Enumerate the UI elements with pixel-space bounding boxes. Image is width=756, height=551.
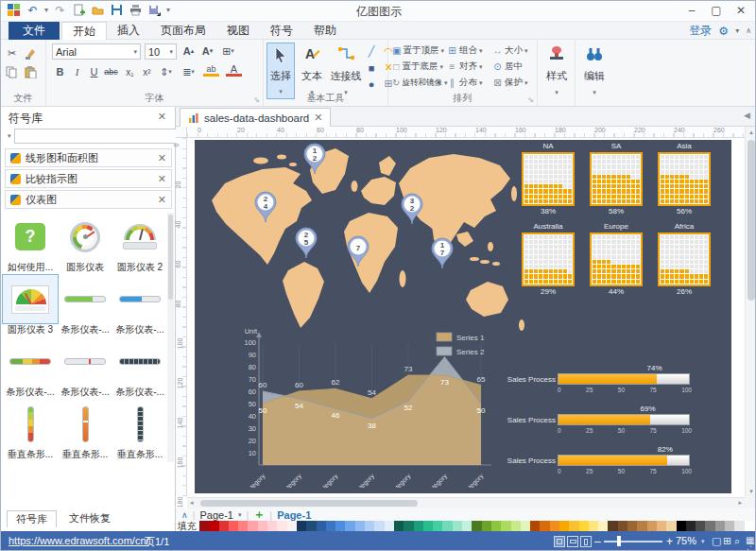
rectangle-tool-icon[interactable]: ■ — [369, 62, 375, 74]
progress-bar[interactable]: 82%Sales Process0255075100 — [507, 446, 726, 477]
tab-symbol-library[interactable]: 符号库 — [7, 510, 57, 527]
palette-swatch[interactable] — [745, 521, 754, 531]
strikethrough-button[interactable]: abc — [103, 64, 119, 79]
symbol-bar-gauge-blue[interactable]: 条形仪表-... — [112, 275, 167, 337]
distribute-button[interactable]: ∥分布▾ — [447, 75, 489, 91]
document-tab[interactable]: sales-data-dashboard ✕ — [180, 108, 331, 127]
tab-insert[interactable]: 插入 — [107, 22, 150, 40]
map-pin[interactable]: 7 — [347, 235, 369, 267]
symbol-search-input[interactable] — [14, 129, 183, 144]
palette-swatch[interactable] — [569, 521, 578, 531]
select-tool-button[interactable]: 选择▾ — [266, 43, 295, 99]
panel-close-icon[interactable]: ✕ — [158, 111, 166, 123]
bullet-list-icon[interactable]: ≣▾ — [180, 64, 197, 79]
palette-swatch[interactable] — [482, 521, 491, 531]
line-tool-icon[interactable]: ╱ — [369, 45, 375, 58]
palette-swatch[interactable] — [326, 521, 335, 531]
symbol-vertical-bar-multicolor[interactable]: 垂直条形... — [3, 400, 58, 462]
symbol-bar-gauge-marker[interactable]: 条形仪表-... — [58, 337, 112, 400]
palette-swatch[interactable] — [209, 521, 218, 531]
fit-page-icon[interactable]: ▢ — [712, 535, 721, 547]
font-name-combo[interactable]: Arial▾ — [52, 43, 141, 60]
zoom-dropdown-icon[interactable]: ▾ — [701, 538, 705, 545]
progress-bar[interactable]: 74%Sales Process0255075100 — [507, 365, 726, 396]
section-close-icon[interactable]: ✕ — [158, 173, 166, 185]
presentation-view-icon[interactable] — [580, 536, 592, 547]
section-gauge-charts[interactable]: 仪表图✕ — [5, 190, 172, 209]
fit-width-icon[interactable]: ⊞ — [723, 535, 731, 547]
section-line-area-charts[interactable]: 线形图和面积图✕ — [5, 148, 172, 167]
tab-home[interactable]: 开始 — [61, 22, 107, 40]
palette-swatch[interactable] — [317, 521, 326, 531]
ellipse-tool-icon[interactable]: ● — [369, 78, 375, 90]
underline-button[interactable]: U — [86, 64, 102, 79]
palette-swatch[interactable] — [335, 521, 345, 531]
page-selector-dropdown-icon[interactable]: ▾ — [238, 511, 242, 519]
palette-swatch[interactable] — [433, 521, 442, 531]
palette-swatch[interactable] — [199, 521, 209, 531]
palette-swatch[interactable] — [248, 521, 257, 531]
palette-swatch[interactable] — [287, 521, 297, 531]
palette-swatch[interactable] — [686, 521, 696, 531]
palette-swatch[interactable] — [608, 521, 617, 531]
text-border-button[interactable]: ⊞▾ — [220, 43, 236, 59]
palette-swatch[interactable] — [657, 521, 666, 531]
tab-scroll-left-icon[interactable]: ◀ — [744, 111, 750, 120]
group-button[interactable]: ⊞组合▾ — [447, 43, 489, 59]
palette-swatch[interactable] — [365, 521, 374, 531]
symbol-how-to-use[interactable]: ?如何使用... — [3, 213, 58, 275]
symbol-circular-gauge-2[interactable]: 圆形仪表 2 — [112, 213, 167, 275]
palette-swatch[interactable] — [345, 521, 354, 531]
palette-swatch[interactable] — [374, 521, 384, 531]
palette-swatch[interactable] — [472, 521, 481, 531]
canvas[interactable]: NA38%SA58%Asia56%Australia29%Europe44%Af… — [187, 138, 745, 497]
waffle-chart[interactable]: Asia56% — [654, 142, 714, 216]
zoom-in-icon[interactable]: + — [666, 535, 673, 548]
paste-icon[interactable] — [23, 64, 39, 79]
palette-swatch[interactable] — [355, 521, 365, 531]
progress-bar[interactable]: 69%Sales Process0255075100 — [507, 405, 726, 437]
symbol-vertical-bar-dark[interactable]: 垂直条形... — [112, 400, 167, 462]
palette-swatch[interactable] — [637, 521, 646, 531]
map-pin[interactable]: 17 — [431, 237, 454, 269]
palette-swatch[interactable] — [258, 521, 267, 531]
bring-to-front-button[interactable]: ▣置于顶层▾ — [392, 43, 443, 59]
line-spacing-icon[interactable]: ⇕▾ — [158, 64, 174, 79]
waffle-chart[interactable]: SA58% — [586, 142, 646, 216]
symbol-circular-gauge[interactable]: 圆形仪表 — [58, 213, 112, 275]
waffle-chart[interactable]: Europe44% — [586, 222, 646, 297]
zoom-out-icon[interactable]: – — [594, 535, 601, 548]
font-color-button[interactable]: A — [226, 64, 242, 77]
section-close-icon[interactable]: ✕ — [158, 152, 166, 164]
palette-swatch[interactable] — [491, 521, 501, 531]
minimize-button[interactable]: – — [679, 1, 704, 20]
area-chart[interactable]: 102030405060708090100Unit606062547388655… — [214, 325, 508, 488]
progress-bars[interactable]: 74%Sales Process025507510069%Sales Proce… — [507, 365, 726, 487]
palette-swatch[interactable] — [559, 521, 569, 531]
file-menu-button[interactable]: 文件 — [9, 22, 60, 40]
login-button[interactable]: 登录 — [689, 23, 712, 39]
vertical-scrollbar[interactable]: ▴▾ — [745, 127, 756, 497]
palette-swatch[interactable] — [677, 521, 686, 531]
palette-swatch[interactable] — [442, 521, 452, 531]
symbol-bar-gauge-green[interactable]: 条形仪表-... — [58, 275, 112, 337]
tab-symbols[interactable]: 符号 — [260, 22, 303, 40]
normal-view-icon[interactable] — [554, 536, 565, 547]
grow-font-button[interactable]: A▴ — [180, 43, 197, 59]
palette-swatch[interactable] — [540, 521, 549, 531]
palette-swatch[interactable] — [715, 521, 725, 531]
page-tab-active[interactable]: Page-1 — [277, 509, 311, 521]
palette-swatch[interactable] — [297, 521, 306, 531]
palette-swatch[interactable] — [511, 521, 521, 531]
waffle-chart[interactable]: Africa26% — [654, 222, 714, 297]
close-button[interactable]: ✕ — [729, 1, 753, 20]
bold-button[interactable]: B — [52, 64, 68, 79]
maximize-button[interactable]: ▢ — [704, 1, 729, 20]
palette-swatch[interactable] — [589, 521, 598, 531]
waffle-charts[interactable]: NA38%SA58%Asia56%Australia29%Europe44%Af… — [518, 142, 724, 297]
collapse-ribbon-icon[interactable]: ∧ — [746, 26, 751, 35]
settings-dropdown-icon[interactable]: ▾ — [735, 26, 739, 35]
symbol-grid-scrollbar[interactable] — [167, 213, 174, 462]
rotate-mirror-button[interactable]: ↻旋转和镜像▾ — [392, 75, 443, 91]
waffle-chart[interactable]: Australia29% — [518, 222, 578, 297]
